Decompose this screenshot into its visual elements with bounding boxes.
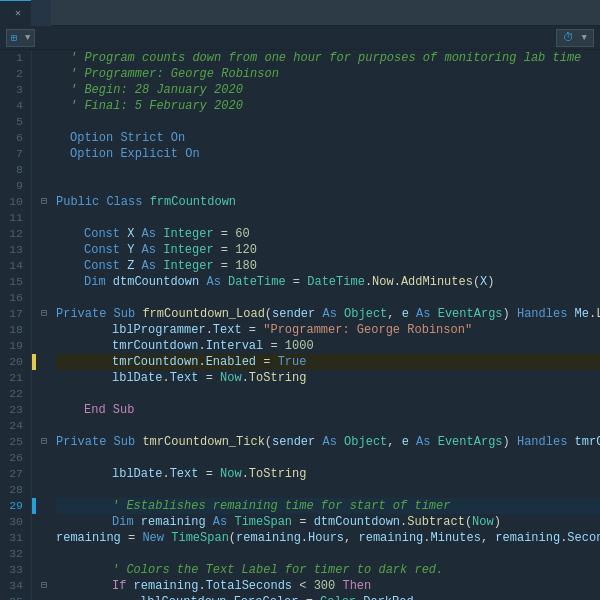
token-kw: Const (84, 226, 127, 242)
token-fn: AddMinutes (401, 274, 473, 290)
timer-icon: ⏱ (563, 31, 574, 44)
code-line: Option Explicit On (56, 146, 600, 162)
gutter-item (36, 210, 52, 226)
code-lines[interactable]: ' Program counts down from one hour for … (52, 50, 600, 600)
token-cls: Now (472, 514, 494, 530)
token-cls: Now (220, 466, 242, 482)
code-line: Dim remaining As TimeSpan = dtmCountdown… (56, 514, 600, 530)
token-prop: e (402, 306, 409, 322)
token-type: EventArgs (438, 306, 503, 322)
token-kw: As (134, 226, 163, 242)
token-type: EventArgs (438, 434, 503, 450)
token-op: . (400, 514, 407, 530)
token-cmt: ' Begin: 28 January 2020 (70, 82, 243, 98)
token-kw: As (409, 306, 438, 322)
code-line: ' Final: 5 February 2020 (56, 98, 600, 114)
token-prop: Enabled (206, 354, 256, 370)
token-cmt: ' Programmer: George Robinson (70, 66, 279, 82)
token-type: TimeSpan (171, 530, 229, 546)
token-op: , (481, 530, 495, 546)
gutter-item (36, 274, 52, 290)
token-type: Integer (163, 258, 213, 274)
token-cmt: ' Program counts down from one hour for … (70, 50, 581, 66)
token-op: , (387, 306, 401, 322)
line-number: 20 (4, 354, 23, 370)
token-fn: ToString (249, 370, 307, 386)
token-kw: Public Class (56, 194, 150, 210)
gutter-item[interactable]: ⊟ (36, 578, 52, 594)
token-num: 300 (314, 578, 336, 594)
token-prop: lblDate (112, 466, 162, 482)
tab-frmcountdown-design[interactable] (31, 0, 51, 26)
gutter-item (36, 450, 52, 466)
token-prop: e (402, 434, 409, 450)
token-op: = (263, 338, 285, 354)
token-op: . (198, 578, 205, 594)
token-kw: Const (84, 242, 127, 258)
token-kw: Private Sub (56, 306, 142, 322)
token-type: Integer (163, 242, 213, 258)
gutter-item (36, 418, 52, 434)
token-op: = (121, 530, 143, 546)
token-prop: dtmCountdown (113, 274, 199, 290)
line-number: 27 (4, 466, 23, 482)
code-line: If remaining.TotalSeconds < 300 Then (56, 578, 600, 594)
token-kw2: If (112, 578, 134, 594)
line-number: 21 (4, 370, 23, 386)
line-number: 10 (4, 194, 23, 210)
gutter-item (36, 114, 52, 130)
line-number: 2 (4, 66, 23, 82)
token-prop: DarkRed (363, 594, 413, 600)
tab-bar: ✕ (0, 0, 600, 26)
token-op: . (206, 322, 213, 338)
token-op: ) (503, 434, 517, 450)
code-line (56, 546, 600, 562)
token-cls: Color (320, 594, 356, 600)
tab-frmcountdown-vb[interactable]: ✕ (0, 0, 31, 26)
line-number: 12 (4, 226, 23, 242)
class-dropdown[interactable]: ⊞ ▼ (6, 29, 35, 47)
code-line: lblProgrammer.Text = "Programmer: George… (56, 322, 600, 338)
line-number: 9 (4, 178, 23, 194)
line-number: 30 (4, 514, 23, 530)
token-type: Object (344, 306, 387, 322)
gutter-item (36, 162, 52, 178)
close-icon[interactable]: ✕ (15, 7, 21, 19)
gutter-item[interactable]: ⊟ (36, 434, 52, 450)
token-fn: Load (596, 306, 600, 322)
token-op: ( (229, 530, 236, 546)
token-op: = (242, 322, 264, 338)
line-number: 3 (4, 82, 23, 98)
code-line: Dim dtmCountdown As DateTime = DateTime.… (56, 274, 600, 290)
token-prop: remaining (56, 530, 121, 546)
line-number: 6 (4, 130, 23, 146)
token-op: = (214, 258, 236, 274)
token-prop: Text (170, 370, 199, 386)
token-cmt: ' Colors the Text Label for timer to dar… (112, 562, 443, 578)
token-kw: As (206, 514, 235, 530)
token-prop: sender (272, 306, 315, 322)
token-op: . (198, 338, 205, 354)
code-line (56, 162, 600, 178)
token-prop: ForeColor (234, 594, 299, 600)
line-number: 35 (4, 594, 23, 600)
gutter-item[interactable]: ⊟ (36, 306, 52, 322)
token-prop: tmrCountdown (575, 434, 600, 450)
token-prop: Text (170, 466, 199, 482)
gutter-item (36, 178, 52, 194)
token-num: 120 (235, 242, 257, 258)
token-type: DateTime (228, 274, 286, 290)
token-kw: Handles (517, 306, 575, 322)
member-dropdown[interactable]: ⏱ ▼ (556, 29, 594, 47)
gutter-item (36, 290, 52, 306)
gutter-item[interactable]: ⊟ (36, 194, 52, 210)
code-line: ' Program counts down from one hour for … (56, 50, 600, 66)
token-kw2: End Sub (84, 402, 134, 418)
token-op: . (162, 370, 169, 386)
code-line: Const Z As Integer = 180 (56, 258, 600, 274)
gutter-item (36, 82, 52, 98)
code-line: Const X As Integer = 60 (56, 226, 600, 242)
token-num: 1000 (285, 338, 314, 354)
token-op: , (387, 434, 401, 450)
token-prop: dtmCountdown (314, 514, 400, 530)
